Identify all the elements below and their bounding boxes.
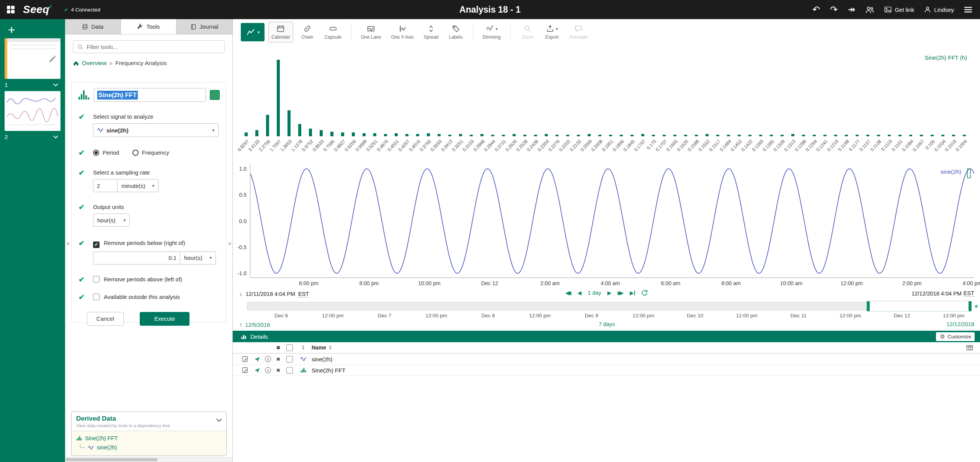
hamburger-menu-icon[interactable]	[964, 6, 972, 13]
step-forward-fast-icon[interactable]: ▶▶	[617, 290, 624, 295]
view-selector-button[interactable]: ▾	[241, 23, 265, 41]
investigate-start[interactable]: ↑ 12/5/2018	[239, 321, 270, 329]
fft-axis-tick-label: 0.1288	[794, 139, 807, 152]
worksheet-thumbnail-2[interactable]	[5, 91, 60, 131]
home-icon[interactable]	[73, 60, 79, 66]
name-column-header[interactable]: Name	[312, 344, 326, 351]
toolbar-button-chain[interactable]: Chain	[297, 22, 318, 42]
redo-icon[interactable]: ↷	[830, 5, 838, 14]
remove-below-value-input[interactable]	[93, 251, 180, 264]
details-row-sine[interactable]: i ✖ sine(2h)	[233, 354, 980, 365]
toolbar-button-calendar[interactable]: Calendar	[268, 22, 293, 42]
details-row-fft[interactable]: i ✖ Sine(2h) FFT	[233, 365, 980, 376]
sampling-rate-input[interactable]	[93, 179, 118, 192]
selection-handle-right[interactable]	[969, 301, 972, 311]
edit-pencil-icon[interactable]	[242, 356, 248, 362]
available-outside-checkbox[interactable]: Available outside this analysis	[93, 294, 180, 300]
step-to-end-icon[interactable]: ▶	[630, 290, 635, 295]
scrollbar-thumb[interactable]	[66, 458, 158, 461]
toolbar-button-one-lane[interactable]: One Lane	[358, 22, 384, 42]
timeline-expand-icon[interactable]: »	[972, 302, 980, 310]
item-name[interactable]: Sine(2h) FFT	[311, 367, 345, 374]
sine-series-legend[interactable]: sine(2h)	[941, 168, 961, 175]
add-column-icon[interactable]	[966, 344, 973, 351]
timeline-selection-region[interactable]	[867, 301, 971, 312]
step-forward-icon[interactable]: ▶	[608, 290, 612, 295]
display-range-start[interactable]: ↓ 12/11/2018 4:04 PM EST	[239, 290, 309, 298]
collapse-sidebar-handle[interactable]: «	[66, 240, 70, 247]
filter-tools-input[interactable]	[87, 44, 220, 50]
worksheet-menu-chevron-icon[interactable]	[53, 134, 58, 139]
display-range-end[interactable]: 12/12/2018 4:04 PM EST	[911, 290, 974, 297]
toolbar-button-capsule[interactable]: Capsule	[322, 22, 345, 42]
worksheet-menu-chevron-icon[interactable]	[53, 82, 58, 87]
derived-item-fft[interactable]: Sine(2h) FFT	[76, 434, 222, 443]
toolbar-button-labels[interactable]: Labels	[446, 22, 466, 42]
seeq-logo[interactable]: Seeq ✓	[23, 4, 53, 15]
color-swatch-button[interactable]	[210, 90, 220, 100]
execute-button[interactable]: Execute	[140, 312, 189, 326]
radio-frequency[interactable]: Frequency	[132, 149, 169, 156]
tab-tools[interactable]: Tools	[121, 19, 177, 34]
toolbar-button-export[interactable]: ▾ Export	[542, 22, 562, 42]
radio-period[interactable]: Period	[93, 149, 119, 156]
signal-select-dropdown[interactable]: sine(2h) ▾	[93, 123, 219, 137]
info-icon[interactable]: i	[265, 367, 271, 373]
timezone-label[interactable]: EST	[964, 290, 974, 297]
item-name[interactable]: sine(2h)	[311, 356, 332, 362]
investigate-timeline[interactable]	[247, 302, 971, 310]
fft-bar	[309, 129, 312, 136]
tab-data[interactable]: Data	[65, 19, 121, 34]
get-link-button[interactable]: Get link	[884, 6, 914, 13]
info-icon[interactable]: i	[265, 356, 271, 362]
remove-item-icon[interactable]: ✖	[276, 367, 281, 373]
toolbar-button-dimming[interactable]: ▾ Dimming	[480, 22, 504, 42]
remove-item-icon[interactable]: ✖	[276, 356, 281, 362]
range-step-label[interactable]: 1 day	[588, 290, 601, 296]
connection-status[interactable]: ✔ 4 Connected	[64, 7, 100, 13]
investigate-end[interactable]: 12/12/2018	[946, 321, 974, 327]
present-forward-icon[interactable]: ↠	[848, 5, 855, 14]
users-icon[interactable]	[865, 5, 874, 14]
add-worksheet-button[interactable]: +	[7, 24, 16, 36]
tab-journal[interactable]: Journal	[176, 19, 232, 34]
horizontal-scrollbar[interactable]	[65, 457, 232, 462]
edit-pencil-icon[interactable]	[242, 367, 248, 374]
collapse-tools-handle[interactable]: «	[228, 240, 232, 247]
step-back-icon[interactable]: ◀	[577, 290, 581, 295]
y-axis-bracket-icon[interactable]	[967, 168, 971, 178]
output-unit-dropdown[interactable]: hour(s)▾	[93, 214, 130, 227]
sine-trend-plot[interactable]: sine(2h) 1.00.50.0-0.5-1.06:00 pm8:00 pm…	[250, 165, 974, 278]
apps-grid-icon[interactable]	[6, 5, 15, 14]
cancel-button[interactable]: Cancel	[87, 312, 124, 326]
remove-below-checkbox[interactable]: ✔Remove periods below (right of)	[93, 240, 185, 246]
toolbar-button-one-y-axis[interactable]: One Y-Axis	[388, 22, 416, 42]
send-to-trend-icon[interactable]	[254, 367, 260, 374]
remove-below-unit-dropdown[interactable]: hour(s)▾	[180, 251, 216, 264]
pencil-icon	[48, 54, 57, 63]
remove-all-icon[interactable]: ✖	[276, 345, 281, 351]
sort-name-control[interactable]: ▲▼	[328, 345, 332, 350]
selection-handle-left[interactable]	[867, 301, 870, 311]
remove-above-checkbox[interactable]: Remove periods above (left of)	[93, 276, 182, 282]
timezone-label[interactable]: EST	[298, 291, 309, 297]
undo-icon[interactable]: ↶	[812, 5, 820, 14]
send-to-trend-icon[interactable]	[254, 356, 260, 362]
row-checkbox[interactable]	[286, 367, 293, 374]
step-back-fast-icon[interactable]: ◀◀	[565, 290, 572, 295]
customize-button[interactable]: Customize	[936, 332, 975, 341]
user-menu[interactable]: Lindsey	[924, 6, 954, 13]
investigate-duration[interactable]: 7 days	[599, 321, 615, 327]
tool-name-input[interactable]: Sine(2h) FFT	[94, 88, 206, 102]
refresh-icon[interactable]	[641, 289, 648, 296]
toolbar-button-spread[interactable]: Spread	[421, 22, 442, 42]
derived-item-link[interactable]: Sine(2h) FFT	[85, 435, 118, 441]
breadcrumb-overview-link[interactable]: Overview	[82, 60, 107, 67]
worksheet-thumbnail-1[interactable]	[5, 38, 60, 79]
derived-item-sine[interactable]: sine(2h)	[80, 443, 222, 452]
sampling-unit-dropdown[interactable]: minute(s)▾	[117, 179, 158, 192]
select-all-checkbox[interactable]	[286, 344, 293, 351]
derived-item-link[interactable]: sine(2h)	[97, 444, 117, 451]
row-checkbox[interactable]	[286, 356, 293, 362]
sort-type-control[interactable]: ▲▼	[302, 345, 305, 350]
